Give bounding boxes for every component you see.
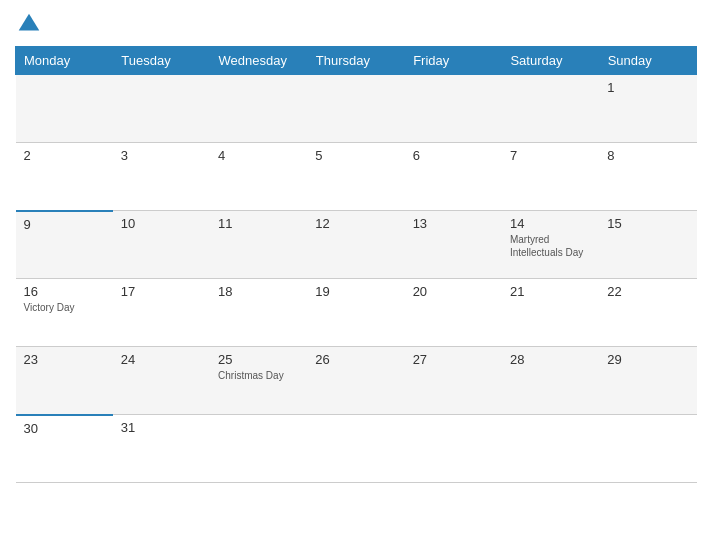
- calendar-cell: [16, 75, 113, 143]
- day-number: 20: [413, 284, 494, 299]
- day-number: 25: [218, 352, 299, 367]
- calendar-cell: 17: [113, 279, 210, 347]
- calendar-cell: 3: [113, 143, 210, 211]
- calendar-cell: 11: [210, 211, 307, 279]
- weekday-header: Wednesday: [210, 47, 307, 75]
- calendar-cell: 31: [113, 415, 210, 483]
- calendar-cell: 14Martyred Intellectuals Day: [502, 211, 599, 279]
- calendar-cell: 16Victory Day: [16, 279, 113, 347]
- calendar-cell: 30: [16, 415, 113, 483]
- calendar-cell: 7: [502, 143, 599, 211]
- holiday-label: Martyred Intellectuals Day: [510, 233, 591, 259]
- day-number: 2: [24, 148, 105, 163]
- day-number: 21: [510, 284, 591, 299]
- calendar-cell: 2: [16, 143, 113, 211]
- weekday-header: Thursday: [307, 47, 404, 75]
- logo-icon: [15, 10, 43, 38]
- calendar-cell: [502, 75, 599, 143]
- day-number: 29: [607, 352, 688, 367]
- weekday-header: Sunday: [599, 47, 696, 75]
- calendar-cell: [502, 415, 599, 483]
- calendar-cell: [113, 75, 210, 143]
- calendar-cell: 26: [307, 347, 404, 415]
- calendar-cell: 20: [405, 279, 502, 347]
- day-number: 16: [24, 284, 105, 299]
- calendar-cell: 4: [210, 143, 307, 211]
- calendar-cell: [307, 415, 404, 483]
- weekday-header: Tuesday: [113, 47, 210, 75]
- holiday-label: Victory Day: [24, 301, 105, 314]
- calendar-cell: 24: [113, 347, 210, 415]
- calendar-cell: 18: [210, 279, 307, 347]
- calendar-table: MondayTuesdayWednesdayThursdayFridaySatu…: [15, 46, 697, 483]
- logo: [15, 10, 45, 38]
- calendar-cell: [405, 415, 502, 483]
- weekday-header: Saturday: [502, 47, 599, 75]
- calendar-cell: 10: [113, 211, 210, 279]
- svg-marker-0: [19, 14, 40, 31]
- calendar-cell: [210, 415, 307, 483]
- day-number: 6: [413, 148, 494, 163]
- calendar-cell: 21: [502, 279, 599, 347]
- day-number: 23: [24, 352, 105, 367]
- day-number: 8: [607, 148, 688, 163]
- day-number: 30: [24, 421, 105, 436]
- calendar-cell: 6: [405, 143, 502, 211]
- calendar-cell: 12: [307, 211, 404, 279]
- calendar-container: MondayTuesdayWednesdayThursdayFridaySatu…: [0, 0, 712, 550]
- calendar-cell: 15: [599, 211, 696, 279]
- calendar-cell: 22: [599, 279, 696, 347]
- day-number: 31: [121, 420, 202, 435]
- calendar-header-row: MondayTuesdayWednesdayThursdayFridaySatu…: [16, 47, 697, 75]
- calendar-cell: [210, 75, 307, 143]
- day-number: 4: [218, 148, 299, 163]
- calendar-cell: 8: [599, 143, 696, 211]
- calendar-cell: 28: [502, 347, 599, 415]
- calendar-cell: 23: [16, 347, 113, 415]
- day-number: 7: [510, 148, 591, 163]
- weekday-header: Friday: [405, 47, 502, 75]
- day-number: 17: [121, 284, 202, 299]
- calendar-cell: [307, 75, 404, 143]
- day-number: 18: [218, 284, 299, 299]
- calendar-cell: 27: [405, 347, 502, 415]
- calendar-cell: 29: [599, 347, 696, 415]
- day-number: 5: [315, 148, 396, 163]
- calendar-cell: 13: [405, 211, 502, 279]
- weekday-header: Monday: [16, 47, 113, 75]
- day-number: 9: [24, 217, 105, 232]
- day-number: 22: [607, 284, 688, 299]
- day-number: 24: [121, 352, 202, 367]
- day-number: 27: [413, 352, 494, 367]
- day-number: 19: [315, 284, 396, 299]
- day-number: 26: [315, 352, 396, 367]
- calendar-cell: 19: [307, 279, 404, 347]
- calendar-cell: 1: [599, 75, 696, 143]
- day-number: 3: [121, 148, 202, 163]
- day-number: 10: [121, 216, 202, 231]
- holiday-label: Christmas Day: [218, 369, 299, 382]
- day-number: 28: [510, 352, 591, 367]
- calendar-header: [15, 10, 697, 38]
- calendar-cell: [405, 75, 502, 143]
- day-number: 15: [607, 216, 688, 231]
- calendar-cell: [599, 415, 696, 483]
- day-number: 14: [510, 216, 591, 231]
- calendar-cell: 5: [307, 143, 404, 211]
- calendar-cell: 9: [16, 211, 113, 279]
- day-number: 12: [315, 216, 396, 231]
- day-number: 1: [607, 80, 688, 95]
- day-number: 11: [218, 216, 299, 231]
- day-number: 13: [413, 216, 494, 231]
- calendar-cell: 25Christmas Day: [210, 347, 307, 415]
